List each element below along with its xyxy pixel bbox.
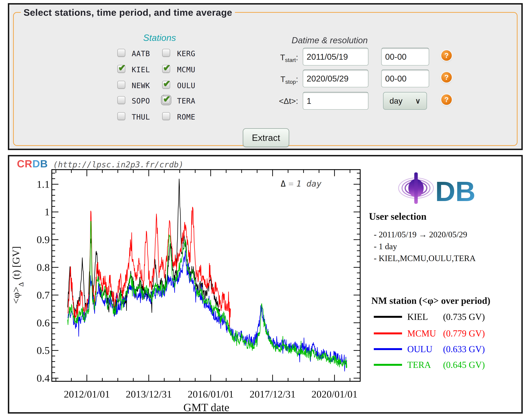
checkbox-label-newk: NEWK [132, 81, 150, 90]
phidb-logo: DB [390, 167, 498, 212]
delta-annotation: Δ=1 day [281, 179, 350, 188]
checkbox-kiel[interactable]: ✔ [117, 65, 125, 73]
tstart-date-input[interactable] [303, 48, 368, 65]
y-tick-label: 0.6 [37, 317, 50, 329]
tstop-date-input[interactable] [303, 70, 368, 87]
checkbox-label-aatb: AATB [132, 49, 150, 58]
checkbox-label-tera: TERA [177, 97, 195, 105]
check-icon: ✔ [163, 63, 171, 73]
legend-heading: NM station (<φ> over period) [371, 295, 490, 306]
user-selection-resolution: - 1 day [374, 242, 397, 251]
legend-entry-kiel: KIEL (0.735 GV) [374, 312, 485, 322]
x-axis-title: GMT date [183, 401, 229, 412]
x-tick-label: 2020/01/01 [312, 389, 358, 400]
checkbox-label-kerg: KERG [177, 49, 195, 58]
checkbox-label-oulu: OULU [177, 81, 195, 90]
tstart-label: Tstart: [246, 53, 298, 63]
x-tick-label: 2012/01/01 [64, 389, 110, 400]
dt-value-input[interactable] [303, 92, 368, 110]
x-tick-label: 2013/12/31 [126, 389, 172, 400]
dt-help-icon[interactable]: ? [441, 94, 452, 105]
selection-panel: Select stations, time period, and time a… [8, 3, 523, 150]
checkbox-oulu[interactable]: ✔ [162, 81, 170, 89]
oulu-line-swatch [374, 348, 402, 350]
tstart-help-icon[interactable]: ? [441, 50, 452, 61]
checkbox-label-thul: THUL [132, 113, 150, 121]
legend-entry-mcmu: MCMU (0.779 GV) [374, 328, 485, 339]
check-icon: ✔ [118, 63, 126, 73]
x-tick-label: 2016/01/01 [188, 389, 234, 400]
checkbox-tera[interactable]: ✔ [162, 96, 170, 104]
y-tick-label: 0.7 [37, 289, 50, 301]
checkbox-label-kiel: KIEL [132, 65, 150, 74]
y-tick-label: 1 [44, 206, 50, 218]
tstop-label: Tstop: [246, 75, 298, 85]
checkbox-rome[interactable]: ✔ [162, 112, 170, 120]
tstart-time-input[interactable] [381, 48, 429, 65]
panel-title: Select stations, time period, and time a… [21, 7, 235, 18]
tera-line-swatch [374, 364, 402, 366]
legend-entry-oulu: OULU (0.633 GV) [374, 344, 485, 354]
checkbox-thul[interactable]: ✔ [117, 112, 125, 120]
y-axis-title: <φ>Δ (t) [GV] [10, 246, 25, 304]
y-tick-label: 0.5 [37, 345, 50, 356]
phidb-db-text: DB [435, 176, 475, 207]
dt-unit-value: day [390, 96, 402, 105]
y-tick-label: 0.8 [37, 262, 50, 273]
check-icon: ✔ [163, 78, 171, 89]
dt-label: <Δt>: [246, 96, 298, 106]
legend-entry-tera: TERA (0.645 GV) [374, 359, 485, 370]
series-mcmu [68, 207, 231, 330]
checkbox-mcmu[interactable]: ✔ [162, 65, 170, 73]
check-icon: ✔ [163, 94, 171, 104]
dt-unit-select[interactable]: day ∨ [383, 92, 427, 110]
user-selection-heading: User selection [369, 211, 427, 222]
y-tick-label: 1.1 [37, 179, 50, 190]
x-tick-label: 2017/12/31 [250, 389, 296, 400]
user-selection-dates: - 2011/05/19 → 2020/05/29 [374, 230, 467, 239]
tstop-time-input[interactable] [381, 70, 429, 87]
chevron-down-icon: ∨ [415, 97, 420, 105]
datime-heading: Datime & resolution [283, 35, 377, 45]
selection-fieldset: Select stations, time period, and time a… [13, 7, 518, 146]
checkbox-sopo[interactable]: ✔ [117, 96, 125, 104]
stations-heading: Stations [134, 32, 185, 43]
y-tick-label: 0.9 [37, 234, 50, 245]
checkbox-label-rome: ROME [177, 113, 195, 121]
checkbox-kerg[interactable]: ✔ [162, 49, 170, 57]
checkbox-aatb[interactable]: ✔ [117, 49, 125, 57]
checkbox-label-sopo: SOPO [132, 97, 150, 105]
y-tick-label: 0.4 [37, 372, 50, 384]
kiel-line-swatch [374, 316, 402, 318]
phi-orbits-icon [399, 172, 433, 204]
mcmu-line-swatch [374, 332, 402, 334]
checkbox-newk[interactable]: ✔ [117, 81, 125, 89]
checkbox-label-mcmu: MCMU [177, 65, 195, 74]
user-selection-stations: - KIEL,MCMU,OULU,TERA [374, 253, 476, 263]
plot-panel: CRDB (http://lpsc.in2p3.fr/crdb) 2012/01… [8, 155, 523, 414]
extract-button[interactable]: Extract [243, 128, 289, 147]
tstop-help-icon[interactable]: ? [441, 72, 452, 82]
